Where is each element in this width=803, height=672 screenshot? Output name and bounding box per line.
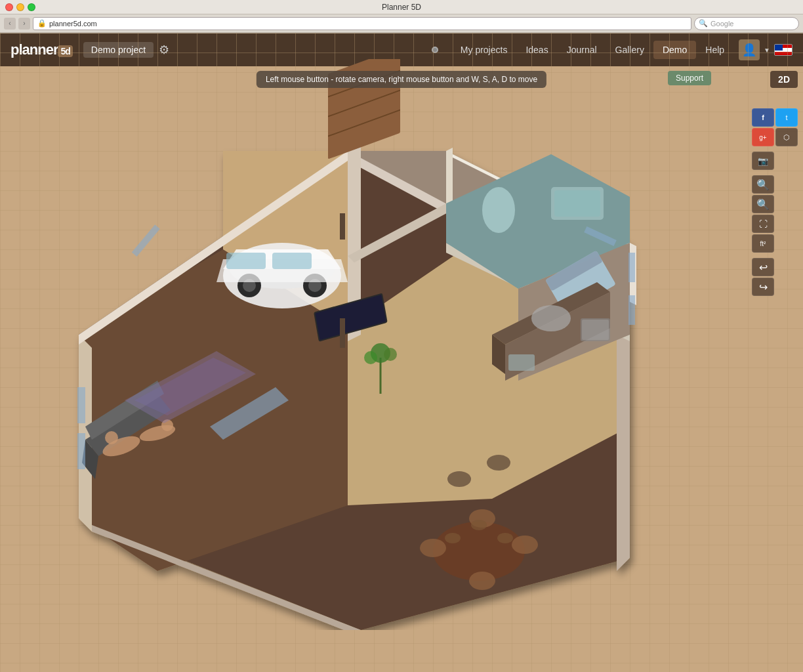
camera-button[interactable]: 📷 <box>752 152 774 170</box>
svg-point-60 <box>471 520 487 530</box>
address-text: planner5d.com <box>49 20 97 28</box>
svg-rect-72 <box>77 387 85 423</box>
svg-rect-75 <box>628 253 635 282</box>
share-button[interactable]: ⬡ <box>775 128 798 146</box>
search-placeholder: Google <box>710 20 733 28</box>
twitter-button[interactable]: t <box>775 108 798 127</box>
floor-plan-3d <box>26 59 715 630</box>
svg-rect-74 <box>132 224 160 257</box>
svg-point-67 <box>487 455 510 471</box>
svg-point-64 <box>531 305 571 331</box>
back-button[interactable]: ‹ <box>4 18 16 30</box>
view-2d-button[interactable]: 2D <box>770 71 798 88</box>
svg-rect-70 <box>340 318 345 348</box>
svg-point-58 <box>445 533 461 543</box>
camera-icon: 📷 <box>758 156 768 166</box>
svg-point-51 <box>364 351 377 364</box>
minimize-dot[interactable] <box>16 3 24 11</box>
forward-button[interactable]: › <box>18 18 30 30</box>
facebook-button[interactable]: f <box>752 108 774 127</box>
support-button[interactable]: Support <box>668 71 711 85</box>
zoom-in-icon: 🔍 <box>756 178 770 191</box>
svg-rect-25 <box>272 253 312 269</box>
zoom-out-button[interactable]: 🔍 <box>752 195 774 213</box>
svg-marker-7 <box>617 302 630 571</box>
zoom-out-icon: 🔍 <box>756 198 770 211</box>
browser-toolbar: ‹ › 🔒 planner5d.com 🔍 Google <box>0 14 803 33</box>
address-bar[interactable]: 🔒 planner5d.com <box>33 17 691 30</box>
svg-point-31 <box>482 187 515 233</box>
svg-point-59 <box>497 533 513 543</box>
measure-button[interactable]: ft² <box>752 234 774 253</box>
svg-point-54 <box>420 539 446 557</box>
svg-rect-24 <box>226 253 266 269</box>
svg-rect-33 <box>554 190 600 217</box>
facebook-icon: f <box>762 114 764 121</box>
svg-point-41 <box>105 431 118 444</box>
browser-title: Planner 5D <box>382 3 421 12</box>
fullscreen-icon: ⛶ <box>759 219 768 229</box>
search-icon: 🔍 <box>699 19 708 28</box>
close-dot[interactable] <box>5 3 13 11</box>
browser-chrome: Planner 5D ‹ › 🔒 planner5d.com 🔍 Google <box>0 0 803 33</box>
redo-button[interactable]: ↪ <box>752 278 774 296</box>
twitter-icon: t <box>785 114 787 121</box>
lock-icon: 🔒 <box>37 19 47 28</box>
measure-icon: ft² <box>760 240 766 247</box>
svg-point-52 <box>384 348 397 361</box>
zoom-in-button[interactable]: 🔍 <box>752 175 774 194</box>
svg-point-66 <box>447 471 471 487</box>
svg-rect-73 <box>77 433 85 469</box>
browser-titlebar: Planner 5D <box>0 0 803 14</box>
undo-button[interactable]: ↩ <box>752 258 774 276</box>
fullscreen-button[interactable]: ⛶ <box>752 215 774 233</box>
search-bar[interactable]: 🔍 Google <box>694 17 799 30</box>
svg-point-57 <box>469 572 495 590</box>
googleplus-icon: g+ <box>759 134 766 141</box>
right-sidebar: f t g+ ⬡ 📷 🔍 🔍 ⛶ <box>752 108 798 296</box>
googleplus-button[interactable]: g+ <box>752 128 774 146</box>
svg-rect-69 <box>582 320 609 340</box>
svg-rect-65 <box>508 354 535 371</box>
svg-rect-76 <box>628 295 635 325</box>
social-buttons-2: g+ ⬡ <box>752 128 798 146</box>
social-buttons: f t <box>752 108 798 127</box>
share-icon: ⬡ <box>783 133 790 142</box>
undo-icon: ↩ <box>759 261 768 274</box>
svg-point-56 <box>512 536 538 554</box>
maximize-dot[interactable] <box>28 3 35 11</box>
camera-tooltip: Left mouse button - rotate camera, right… <box>257 71 546 88</box>
redo-icon: ↪ <box>759 281 768 293</box>
svg-rect-71 <box>340 213 345 240</box>
canvas-area: Left mouse button - rotate camera, right… <box>0 33 803 672</box>
browser-dots <box>5 3 35 11</box>
